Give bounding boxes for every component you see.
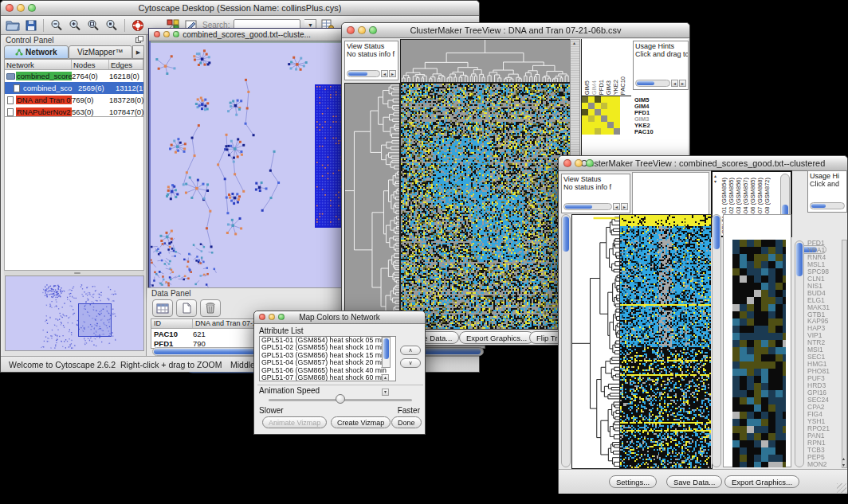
tv1-row-dendrogram[interactable]	[344, 83, 400, 330]
zoom-out-button[interactable]	[49, 18, 64, 33]
network-frame-titlebar[interactable]: combined_scores_good.txt--cluste...	[149, 29, 344, 41]
tv2-genes-vscrollbar[interactable]	[795, 240, 804, 467]
network-row[interactable]: combined_scores 2764(0) 16218(0)	[5, 70, 143, 82]
select-attributes-button[interactable]	[152, 299, 173, 317]
scrollbar-thumb[interactable]	[383, 338, 389, 359]
birdseye-viewport-rect[interactable]	[78, 303, 112, 337]
scroll-right-icon[interactable]: ▸	[389, 70, 396, 77]
zoom-window-icon[interactable]	[278, 314, 285, 320]
scrollbar-thumb[interactable]	[637, 81, 654, 85]
attribute-list-scrollbar[interactable]	[382, 337, 391, 368]
scroll-down-icon[interactable]: ▾	[714, 179, 716, 184]
col-edges[interactable]: Edges	[109, 60, 143, 69]
tv1-titlebar[interactable]: ClusterMaker TreeView : DNA and Tran 07-…	[342, 23, 689, 38]
scrollbar-thumb[interactable]	[565, 205, 592, 209]
scroll-left-icon[interactable]: ◂	[381, 70, 388, 77]
zoom-window-icon[interactable]	[586, 159, 594, 167]
birdseye-canvas[interactable]	[6, 276, 143, 350]
scrollbar-thumb[interactable]	[796, 243, 803, 276]
resize-grip[interactable]	[837, 483, 846, 493]
scroll-right-icon[interactable]: ▸	[679, 80, 686, 87]
close-icon[interactable]	[347, 26, 355, 34]
gene-column-label[interactable]: PAC10	[620, 76, 627, 95]
network-row[interactable]: combined_sco 2569(6) 13112(15)	[5, 82, 143, 94]
new-attribute-button[interactable]	[176, 299, 197, 317]
slider-thumb[interactable]	[336, 394, 345, 404]
network-graph-canvas[interactable]	[151, 43, 343, 291]
settings-button[interactable]: Settings...	[609, 475, 657, 488]
zoom-fit-button[interactable]	[86, 18, 100, 33]
scrollbar-thumb[interactable]	[713, 216, 720, 249]
create-vizmap-button[interactable]: Create Vizmap	[331, 416, 391, 428]
zoom-window-icon[interactable]	[173, 31, 179, 37]
tv1-heatmap[interactable]	[400, 83, 571, 330]
float-panel-icon[interactable]	[135, 36, 143, 45]
save-data-button[interactable]: Save Data...	[666, 475, 722, 488]
zoom-window-icon[interactable]	[28, 4, 36, 12]
minimize-icon[interactable]	[575, 159, 583, 167]
view-status-scrollbar[interactable]: ◂ ▸	[563, 202, 628, 211]
tab-overflow-button[interactable]: ▶	[132, 45, 144, 59]
col-nodes[interactable]: Nodes	[72, 60, 109, 69]
scroll-left-icon[interactable]: ◂	[671, 80, 678, 87]
col-id[interactable]: ID	[151, 319, 193, 328]
close-icon[interactable]	[563, 159, 571, 167]
close-icon[interactable]	[259, 314, 265, 320]
scroll-up-icon[interactable]: ▴	[573, 41, 575, 45]
save-button[interactable]	[25, 18, 37, 33]
scrollbar-thumb[interactable]	[811, 204, 826, 208]
network-rows: combined_scores 2764(0) 16218(0) combine…	[5, 70, 143, 118]
control-panel-header: Control Panel	[2, 35, 146, 45]
tv2-row-dendrogram[interactable]	[571, 214, 620, 469]
minimize-icon[interactable]	[163, 31, 170, 37]
tv2-left-vscrollbar[interactable]	[561, 214, 571, 467]
network-row[interactable]: DNA and Tran 07 769(0) 183728(0)	[5, 94, 143, 106]
gene-label[interactable]: MON2	[807, 461, 842, 468]
open-file-button[interactable]	[5, 18, 21, 33]
export-graphics-button[interactable]: Export Graphics...	[724, 475, 799, 488]
scroll-down-icon[interactable]: ▾	[842, 463, 845, 467]
animate-vizmap-button[interactable]: Animate Vizmap	[262, 416, 327, 428]
dialog-titlebar[interactable]: Map Colors to Network	[254, 311, 425, 324]
tv1-column-dendrogram[interactable]	[400, 39, 571, 83]
usage-hints-scrollbar[interactable]	[810, 201, 845, 210]
attribute-list-item[interactable]: GPL51-07 (GSM868) heat shock 60 min	[260, 374, 395, 381]
scrollbar-thumb[interactable]	[348, 72, 367, 76]
tab-network[interactable]: Network	[4, 45, 69, 59]
minimize-icon[interactable]	[269, 314, 275, 320]
close-icon[interactable]	[6, 4, 14, 12]
close-icon[interactable]	[154, 31, 160, 37]
col-network[interactable]: Network	[5, 60, 72, 69]
scroll-down-icon[interactable]: ▾	[382, 389, 389, 396]
tv1-export-graphics-button[interactable]: Export Graphics...	[459, 331, 534, 344]
zoom-selected-button[interactable]	[104, 18, 119, 33]
gene-row-label[interactable]: PAC10	[634, 129, 665, 135]
scroll-up-icon[interactable]: ▴	[842, 456, 845, 461]
zoom-window-icon[interactable]	[369, 26, 377, 34]
scroll-right-icon[interactable]: ▸	[621, 203, 628, 210]
tv1-zoom-matrix[interactable]	[582, 96, 620, 135]
minimize-icon[interactable]	[17, 4, 25, 12]
scroll-up-icon[interactable]: ▴	[382, 374, 389, 381]
scrollbar-thumb[interactable]	[563, 217, 569, 252]
help-button[interactable]	[131, 18, 145, 33]
move-up-button[interactable]: ∧	[400, 346, 421, 355]
scroll-up-icon[interactable]: ▴	[714, 174, 716, 178]
done-button[interactable]: Done	[391, 416, 422, 428]
birdseye-view[interactable]	[5, 275, 144, 351]
usage-hints-scrollbar[interactable]: ◂ ▸	[635, 79, 686, 88]
minimize-icon[interactable]	[358, 26, 366, 34]
zoom-in-button[interactable]	[68, 18, 82, 33]
tab-vizmapper[interactable]: VizMapper™	[69, 45, 133, 59]
tv2-heatmap[interactable]	[619, 214, 713, 469]
attribute-list[interactable]: GPL51-01 (GSM854) heat shock 05 minGPL51…	[259, 336, 396, 381]
tv2-zoom-heatmap[interactable]	[732, 240, 786, 467]
move-down-button[interactable]: ∨	[400, 358, 421, 368]
view-status-scrollbar[interactable]: ◂ ▸	[347, 69, 396, 78]
tv2-titlebar[interactable]: ClusterMaker TreeView : combined_scores_…	[559, 156, 847, 171]
scroll-left-icon[interactable]: ◂	[613, 203, 620, 210]
tv2-heatmap-vscrollbar[interactable]	[712, 214, 721, 467]
tv2-right-scroll-strip[interactable]: ▴ ▾	[842, 240, 847, 468]
delete-attribute-button[interactable]	[200, 299, 221, 317]
main-titlebar[interactable]: Cytoscape Desktop (Session Name: collins…	[1, 1, 479, 16]
